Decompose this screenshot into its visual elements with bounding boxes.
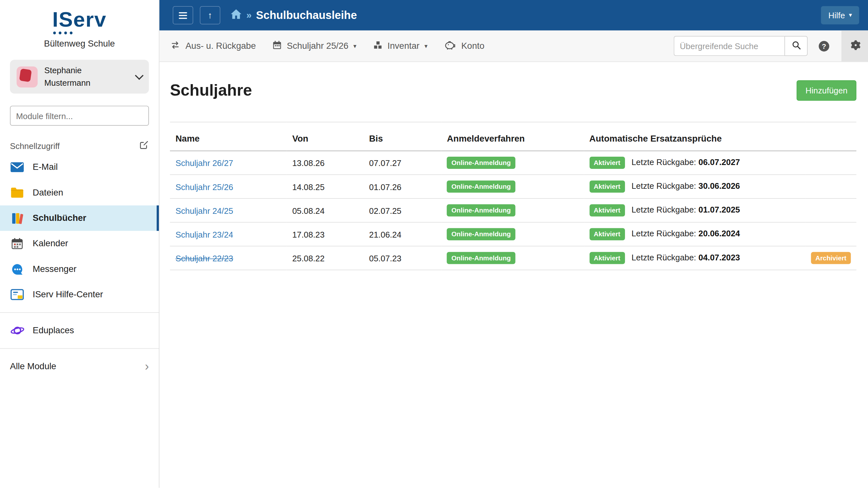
rueckgabe-label: Letzte Rückgabe:: [631, 228, 696, 238]
breadcrumb: » Schulbuchausleihe: [230, 9, 356, 22]
up-arrow-icon: ↑: [208, 11, 213, 20]
sidebar-item-label: IServ Hilfe-Center: [33, 289, 103, 300]
page-breadcrumb-title[interactable]: Schulbuchausleihe: [256, 9, 357, 22]
inventory-icon: [373, 40, 382, 52]
chevron-down-icon[interactable]: [135, 71, 144, 80]
user-card[interactable]: Stephanie Mustermann: [10, 60, 149, 93]
module-filter-input[interactable]: [10, 105, 149, 125]
chevron-down-icon: ▾: [424, 42, 428, 50]
table-row: Schuljahr 25/26 14.08.25 01.07.26 Online…: [170, 175, 856, 199]
archived-cell: [805, 151, 857, 175]
planet-icon: [10, 324, 24, 337]
rueckgabe-date: 01.07.2025: [699, 205, 740, 214]
add-button[interactable]: Hinzufügen: [797, 80, 857, 101]
bis-cell: 02.07.25: [364, 199, 442, 222]
anmeldeverfahren-badge: Online-Anmeldung: [447, 228, 515, 240]
schoolyear-link[interactable]: Schuljahr 26/27: [176, 158, 234, 167]
messenger-icon: [10, 262, 24, 275]
settings-gear-button[interactable]: [841, 30, 868, 62]
search-icon: [791, 40, 801, 52]
toolbar-item-ausgabe-rueckgabe[interactable]: Aus- u. Rückgabe: [170, 40, 256, 52]
von-cell: 17.08.23: [287, 222, 363, 246]
search-button[interactable]: [784, 36, 808, 56]
sidebar-item-all-modules[interactable]: Alle Module ›: [0, 354, 159, 379]
toolbar-item-inventar[interactable]: Inventar ▾: [373, 40, 428, 52]
sidebar: IServ Bültenweg Schule Stephanie Musterm…: [0, 0, 159, 488]
status-badge: Aktiviert: [589, 157, 625, 169]
help-dropdown-button[interactable]: Hilfe ▾: [821, 6, 859, 24]
toolbar-item-konto[interactable]: Konto: [444, 40, 485, 52]
column-header-name: Name: [170, 122, 287, 151]
table-row: Schuljahr 26/27 13.08.26 07.07.27 Online…: [170, 151, 856, 175]
table-row: Schuljahr 22/23 25.08.22 05.07.23 Online…: [170, 246, 856, 270]
sidebar-item-schoolbooks[interactable]: Schulbücher: [0, 206, 159, 231]
up-level-button[interactable]: ↑: [200, 6, 220, 24]
sidebar-item-eduplaces[interactable]: Eduplaces: [0, 318, 159, 343]
edit-pencil-icon[interactable]: [140, 140, 149, 151]
books-icon: [10, 212, 24, 225]
sidebar-item-label: E-Mail: [33, 162, 58, 172]
column-header-ersatzansprueche: Automatische Ersatzansprüche: [584, 122, 806, 151]
bis-cell: 21.06.24: [364, 222, 442, 246]
user-name: Stephanie Mustermann: [44, 64, 91, 89]
von-cell: 05.08.24: [287, 199, 363, 222]
archived-cell: [805, 222, 857, 246]
sidebar-item-calendar[interactable]: Kalender: [0, 231, 159, 256]
sidebar-item-label: Kalender: [33, 239, 68, 248]
page-title: Schuljahre: [170, 82, 252, 100]
sidebar-item-label: Messenger: [33, 264, 77, 274]
breadcrumb-separator: »: [246, 10, 251, 21]
exchange-icon: [170, 40, 180, 52]
status-badge: Aktiviert: [589, 204, 625, 216]
table-row: Schuljahr 24/25 05.08.24 02.07.25 Online…: [170, 199, 856, 222]
sidebar-item-files[interactable]: Dateien: [0, 180, 159, 205]
sidebar-item-messenger[interactable]: Messenger: [0, 256, 159, 281]
menu-toggle-button[interactable]: [173, 6, 193, 24]
help-question-icon[interactable]: ?: [819, 41, 830, 51]
iserv-logo: IServ: [0, 9, 159, 34]
schoolyear-link[interactable]: Schuljahr 22/23: [176, 253, 234, 263]
toolbar-item-label: Schuljahr 25/26: [287, 41, 349, 51]
anmeldeverfahren-badge: Online-Anmeldung: [447, 157, 515, 169]
anmeldeverfahren-badge: Online-Anmeldung: [447, 180, 515, 193]
rueckgabe-label: Letzte Rückgabe:: [631, 252, 696, 262]
bis-cell: 05.07.23: [364, 246, 442, 270]
von-cell: 25.08.22: [287, 246, 363, 270]
toolbar-item-label: Inventar: [388, 41, 420, 51]
status-badge: Aktiviert: [589, 252, 625, 264]
schoolyear-link[interactable]: Schuljahr 24/25: [176, 206, 234, 215]
rueckgabe-date: 20.06.2024: [699, 228, 740, 238]
calendar-icon: [273, 40, 282, 52]
table-header-row: Name Von Bis Anmeldeverfahren Automatisc…: [170, 122, 856, 151]
avatar: [17, 66, 38, 87]
search-input[interactable]: [674, 36, 784, 56]
archived-cell: Archiviert: [805, 246, 857, 270]
global-search: [674, 36, 808, 56]
sidebar-item-label: Schulbücher: [33, 213, 86, 223]
school-name: Bültenweg Schule: [0, 39, 159, 49]
sidebar-item-help-center[interactable]: IServ Hilfe-Center: [0, 282, 159, 307]
iserv-logo-dots: [0, 31, 159, 34]
rueckgabe-label: Letzte Rückgabe:: [631, 205, 696, 214]
sidebar-menu: E-Mail Dateien Schulbücher Kalender: [0, 154, 159, 307]
archived-badge: Archiviert: [811, 252, 851, 264]
anmeldeverfahren-badge: Online-Anmeldung: [447, 204, 515, 216]
schoolyear-link[interactable]: Schuljahr 23/24: [176, 230, 234, 239]
chevron-right-icon: ›: [145, 361, 149, 373]
schoolyear-link[interactable]: Schuljahr 25/26: [176, 182, 234, 191]
home-icon[interactable]: [230, 9, 242, 22]
toolbar-item-schuljahr[interactable]: Schuljahr 25/26 ▾: [273, 40, 356, 52]
schoolyears-table: Name Von Bis Anmeldeverfahren Automatisc…: [170, 122, 856, 270]
von-cell: 13.08.26: [287, 151, 363, 175]
help-label: Hilfe: [829, 10, 845, 20]
email-icon: [10, 160, 24, 174]
help-center-icon: [10, 288, 24, 301]
piggy-bank-icon: [444, 40, 456, 52]
archived-cell: [805, 175, 857, 199]
all-modules-label: Alle Module: [10, 362, 56, 371]
quick-access-label: Schnellzugriff: [10, 141, 60, 150]
sidebar-item-email[interactable]: E-Mail: [0, 154, 159, 180]
column-header-bis: Bis: [364, 122, 442, 151]
toolbar-item-label: Aus- u. Rückgabe: [186, 41, 256, 51]
rueckgabe-date: 30.06.2026: [699, 181, 740, 190]
